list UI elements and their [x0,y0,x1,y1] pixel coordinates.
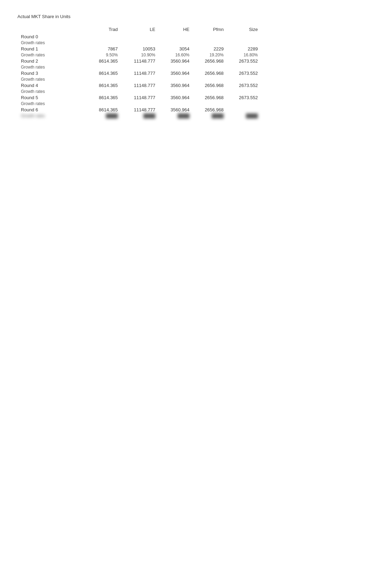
col-header-le: LE [121,25,159,33]
cell-value [227,40,261,46]
cell-value: 3560.964 [159,58,193,64]
round-label: Round 6 [17,106,87,113]
cell-value: 2656.968 [193,58,227,64]
cell-value: 2229 [193,46,227,52]
cell-value: 2289 [227,46,261,52]
col-header-he: HE [159,25,193,33]
cell-value: 8614.365 [87,70,121,77]
cell-value: 2656.968 [193,106,227,113]
cell-value [87,101,121,106]
cell-value [159,77,193,82]
cell-value: 2673.552 [227,94,261,101]
cell-value: 8614.365 [87,94,121,101]
cell-value [159,64,193,70]
page-title: Actual MKT Share in Units [17,14,353,19]
table-row: Round 28614.36511148.7773560.9642656.968… [17,58,261,64]
cell-value: ████ [159,113,193,119]
table-row: Growth rates [17,40,261,46]
cell-value [227,89,261,94]
cell-value [121,77,159,82]
cell-value [87,33,121,40]
growth-label: Growth rates [17,52,87,58]
data-table: Trad LE HE Pfmn Size Round 0Growth rates… [17,25,261,119]
growth-label: Growth rates [17,77,87,82]
cell-value [193,40,227,46]
round-label: Round 0 [17,33,87,40]
cell-value: 11148.777 [121,58,159,64]
cell-value [121,89,159,94]
growth-label: Growth rates [17,101,87,106]
cell-value [227,101,261,106]
cell-value [87,64,121,70]
round-label: Round 3 [17,70,87,77]
cell-value: 10053 [121,46,159,52]
table-row: Round 38614.36511148.7773560.9642656.968… [17,70,261,77]
growth-label: Growth rates [17,40,87,46]
round-label: Round 5 [17,94,87,101]
table-row: Growth rates [17,101,261,106]
table-row: Round 58614.36511148.7773560.9642656.968… [17,94,261,101]
table-row: Growth rates [17,64,261,70]
cell-value [87,89,121,94]
cell-value [159,40,193,46]
growth-label: Growth rates [17,64,87,70]
cell-value: 2673.552 [227,58,261,64]
cell-value: 3560.964 [159,70,193,77]
table-row: Growth rates████████████████████ [17,113,261,119]
cell-value [121,64,159,70]
table-row: Round 68614.36511148.7773560.9642656.968 [17,106,261,113]
cell-value: 11148.777 [121,70,159,77]
cell-value: 2656.968 [193,70,227,77]
cell-value [193,33,227,40]
cell-value: ████ [87,113,121,119]
cell-value: ████ [121,113,159,119]
cell-value: 8614.365 [87,58,121,64]
cell-value: 8614.365 [87,106,121,113]
cell-value: ████ [227,113,261,119]
cell-value [193,89,227,94]
cell-value: 11148.777 [121,82,159,89]
cell-value [227,106,261,113]
cell-value: 8614.365 [87,82,121,89]
growth-label: Growth rates [17,89,87,94]
cell-value: 9.50% [87,52,121,58]
cell-value: 19.20% [193,52,227,58]
cell-value: 7867 [87,46,121,52]
col-header-trad: Trad [87,25,121,33]
round-label: Round 4 [17,82,87,89]
cell-value: ████ [193,113,227,119]
cell-value [159,101,193,106]
cell-value [193,77,227,82]
cell-value [121,101,159,106]
table-row: Growth rates9.50%10.90%16.60%19.20%16.80… [17,52,261,58]
cell-value [227,64,261,70]
cell-value: 3560.964 [159,94,193,101]
cell-value [121,40,159,46]
table-row: Round 1786710053305422292289 [17,46,261,52]
cell-value [159,89,193,94]
cell-value [121,33,159,40]
cell-value [87,77,121,82]
col-header-label [17,25,87,33]
cell-value: 11148.777 [121,106,159,113]
cell-value: 2673.552 [227,70,261,77]
cell-value: 2656.968 [193,94,227,101]
cell-value: 10.90% [121,52,159,58]
cell-value [227,33,261,40]
round-label: Round 1 [17,46,87,52]
cell-value: 3560.964 [159,82,193,89]
cell-value: 16.80% [227,52,261,58]
cell-value [159,33,193,40]
table-row: Round 48614.36511148.7773560.9642656.968… [17,82,261,89]
cell-value: 3560.964 [159,106,193,113]
round-label: Round 2 [17,58,87,64]
cell-value [87,40,121,46]
cell-value [193,101,227,106]
cell-value: 16.60% [159,52,193,58]
cell-value: 2673.552 [227,82,261,89]
col-header-pfmn: Pfmn [193,25,227,33]
col-header-size: Size [227,25,261,33]
cell-value: 2656.968 [193,82,227,89]
cell-value [227,77,261,82]
growth-label: Growth rates [17,113,87,119]
